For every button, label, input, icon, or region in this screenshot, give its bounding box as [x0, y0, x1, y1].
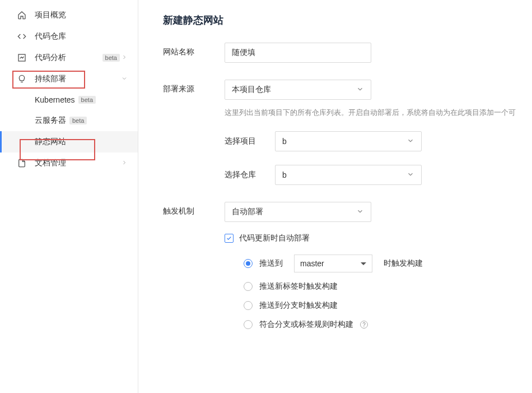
sidebar-item-label: 持续部署	[35, 74, 120, 84]
select-trigger[interactable]: 自动部署	[225, 202, 371, 222]
select-value: 自动部署	[232, 207, 263, 217]
beta-badge: beta	[102, 54, 120, 62]
sidebar-item-docs[interactable]: 文档管理	[0, 152, 138, 174]
radio-row-match-rule[interactable]: 符合分支或标签规则时构建 ?	[244, 320, 523, 330]
sidebar-item-code-repo[interactable]: 代码仓库	[0, 26, 138, 47]
chevron-right-icon	[120, 53, 129, 62]
radio-label-prefix: 推送到	[259, 258, 283, 269]
chevron-down-icon	[407, 137, 414, 146]
radio-push-tag[interactable]	[244, 282, 253, 291]
checkbox-auto-deploy[interactable]	[225, 234, 234, 243]
radio-label: 推送新标签时触发构建	[259, 281, 338, 292]
sidebar-item-label: 静态网站	[35, 137, 66, 147]
sidebar-subitem-cloud-server[interactable]: 云服务器 beta	[0, 110, 138, 131]
row-select-project: 选择项目 b	[225, 131, 523, 151]
select-branch[interactable]: master	[294, 255, 372, 272]
caret-down-icon	[361, 262, 366, 265]
sidebar-subitem-kubernetes[interactable]: Kubernetes beta	[0, 90, 138, 110]
radio-push-branch[interactable]	[244, 301, 253, 310]
home-icon	[17, 10, 27, 20]
radio-row-push-tag[interactable]: 推送新标签时触发构建	[244, 281, 523, 292]
row-deploy-source: 部署来源 本项目仓库 这里列出当前项目下的所有仓库列表。开启自动部署后，系统将自…	[163, 80, 523, 185]
doc-icon	[17, 158, 27, 168]
analysis-icon	[17, 53, 27, 63]
label-select-repo: 选择仓库	[225, 170, 275, 180]
checkbox-label: 代码更新时自动部署	[239, 233, 310, 243]
radio-row-push-branch[interactable]: 推送到分支时触发构建	[244, 300, 523, 311]
sidebar-item-label: 代码仓库	[35, 31, 129, 41]
sidebar-item-label: 文档管理	[35, 158, 120, 168]
help-icon[interactable]: ?	[360, 321, 368, 329]
sidebar-subitem-static-site[interactable]: 静态网站	[0, 131, 138, 152]
beta-badge: beta	[78, 96, 96, 104]
helper-text: 这里列出当前项目下的所有仓库列表。开启自动部署后，系统将自动为在此项目添加一个可	[225, 108, 523, 118]
radio-label-suffix: 时触发构建	[384, 258, 423, 269]
select-value: b	[282, 137, 287, 146]
label-select-project: 选择项目	[225, 136, 275, 146]
trigger-radio-group: 推送到 master 时触发构建 推送新标签时触发构建 推送到分支时触发构建	[225, 255, 523, 330]
sidebar-item-label: Kubernetes	[35, 95, 75, 104]
branch-value: master	[300, 259, 324, 268]
sidebar-item-label: 云服务器	[35, 115, 66, 126]
sidebar-item-code-analysis[interactable]: 代码分析 beta	[0, 47, 138, 68]
row-site-name: 网站名称	[163, 43, 523, 63]
select-repo[interactable]: b	[275, 165, 422, 185]
select-value: b	[282, 170, 287, 179]
code-icon	[17, 31, 27, 41]
label-trigger: 触发机制	[163, 202, 225, 216]
main-content: 新建静态网站 网站名称 部署来源 本项目仓库 这里列出当前项目下的所有仓库列表。…	[138, 0, 532, 393]
label-deploy-source: 部署来源	[163, 80, 225, 94]
select-deploy-source[interactable]: 本项目仓库	[225, 80, 371, 100]
sidebar: 项目概览 代码仓库 代码分析 beta 持续部署 Kubernetes beta…	[0, 0, 138, 393]
radio-row-push-to[interactable]: 推送到 master 时触发构建	[244, 255, 523, 272]
chevron-down-icon	[356, 85, 364, 95]
radio-push-to[interactable]	[244, 259, 253, 268]
radio-label: 推送到分支时触发构建	[259, 300, 338, 311]
beta-badge: beta	[69, 117, 87, 124]
row-auto-deploy-checkbox: 代码更新时自动部署	[225, 233, 523, 243]
select-project[interactable]: b	[275, 131, 422, 151]
row-trigger: 触发机制 自动部署 代码更新时自动部署 推送到 master	[163, 202, 523, 339]
sidebar-item-overview[interactable]: 项目概览	[0, 4, 138, 26]
chevron-down-icon	[356, 207, 364, 217]
sidebar-item-label: 项目概览	[35, 10, 129, 20]
radio-label: 符合分支或标签规则时构建	[259, 320, 353, 330]
radio-match-rule[interactable]	[244, 320, 253, 329]
input-site-name[interactable]	[225, 43, 371, 63]
sidebar-item-label: 代码分析	[35, 53, 99, 63]
page-title: 新建静态网站	[163, 13, 523, 27]
chevron-right-icon	[120, 159, 129, 168]
select-value: 本项目仓库	[232, 85, 271, 95]
chevron-down-icon	[120, 75, 129, 84]
deploy-icon	[17, 74, 27, 84]
sidebar-item-deploy[interactable]: 持续部署	[0, 68, 138, 90]
row-select-repo: 选择仓库 b	[225, 165, 523, 185]
label-site-name: 网站名称	[163, 43, 225, 57]
chevron-down-icon	[407, 170, 414, 180]
